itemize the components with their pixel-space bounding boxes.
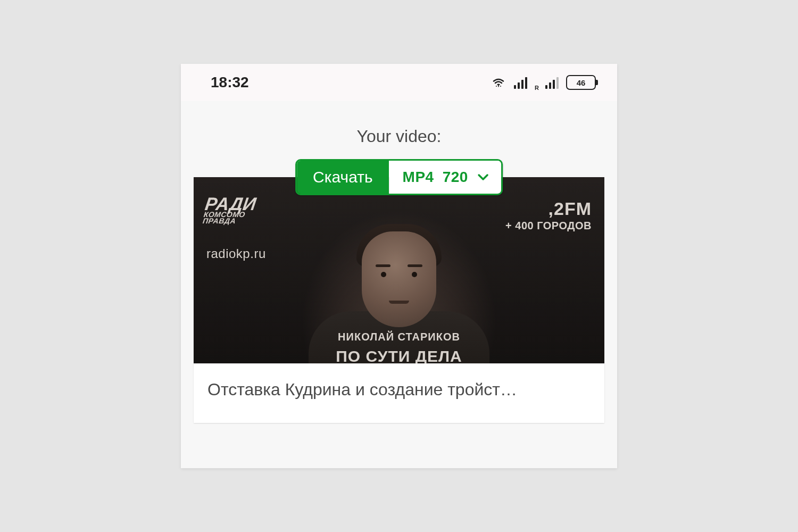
thumb-brand: РАДИ КОМСОМО ПРАВДА [202,196,257,225]
quality-label: 720 [443,169,468,186]
svg-point-1 [498,86,499,87]
download-button[interactable]: Скачать [297,161,389,194]
status-bar: 18:32 R 46 [181,64,617,101]
thumb-person-name: НИКОЛАЙ СТАРИКОВ [338,331,460,343]
battery-icon: 46 [566,75,596,90]
thumb-site-url: radiokp.ru [206,246,266,261]
svg-point-2 [500,86,501,87]
signal-icon-1 [514,76,527,89]
roaming-label: R [535,85,539,91]
svg-point-0 [496,86,497,87]
thumb-program-caption: ПО СУТИ ДЕЛА [336,347,462,363]
clock-label: 18:32 [211,74,249,91]
wifi-icon [491,74,506,91]
format-label: MP4 [403,169,434,186]
video-card: Скачать MP4 720 РАДИ КОМСОМО ПРАВДА radi… [194,177,604,423]
thumb-fm-sub: + 400 ГОРОДОВ [505,220,592,232]
thumb-brand-line3: ПРАВДА [202,218,254,225]
chevron-down-icon [477,171,489,184]
page-title: Your video: [181,127,617,146]
phone-frame: 18:32 R 46 Your video: Скачать MP4 [181,64,617,468]
download-control: Скачать MP4 720 [295,159,503,195]
format-select[interactable]: MP4 720 [389,161,501,194]
thumb-fm: ,2FM [548,198,592,219]
video-title: Отставка Кудрина и создание тройст… [194,363,604,423]
status-icons: R 46 [491,74,596,91]
signal-icon-2 [545,76,559,89]
video-thumbnail[interactable]: РАДИ КОМСОМО ПРАВДА radiokp.ru ,2FM + 40… [194,177,604,363]
